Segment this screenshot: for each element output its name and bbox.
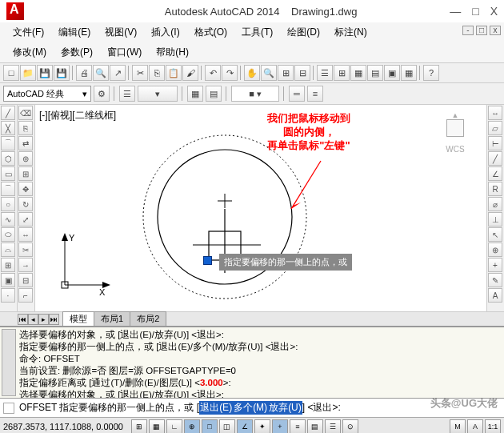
menu-insert[interactable]: 插入(I) xyxy=(145,24,186,41)
dim-ang[interactable]: ∠ xyxy=(488,166,502,181)
menu-file[interactable]: 文件(F) xyxy=(6,24,50,41)
snap-toggle[interactable]: ⊞ xyxy=(131,419,147,434)
calc-button[interactable]: ▦ xyxy=(401,65,417,81)
ann-toggle[interactable]: A xyxy=(467,419,483,434)
menu-format[interactable]: 格式(O) xyxy=(188,24,234,41)
rotate-tool[interactable]: ↻ xyxy=(18,197,33,211)
paste-button[interactable]: 📋 xyxy=(166,65,182,81)
copy-tool[interactable]: ⎘ xyxy=(18,121,33,135)
app-logo[interactable] xyxy=(6,2,24,20)
tol-tool[interactable]: ⊕ xyxy=(488,243,502,257)
erase-tool[interactable]: ⌫ xyxy=(18,106,33,120)
break-tool[interactable]: ⊟ xyxy=(18,273,33,287)
trim-tool[interactable]: ✂ xyxy=(18,243,33,257)
plot-button[interactable]: 🖨 xyxy=(76,65,92,81)
model-toggle[interactable]: M xyxy=(450,419,466,434)
osnap-toggle[interactable]: □ xyxy=(202,419,218,434)
tab-layout1[interactable]: 布局1 xyxy=(94,311,130,327)
layer-button[interactable]: ☰ xyxy=(119,86,135,102)
close-button[interactable]: X xyxy=(490,5,498,18)
tab-first[interactable]: ⏮ xyxy=(18,314,28,325)
copy-button[interactable]: ⎘ xyxy=(149,65,165,81)
ltype-button[interactable]: ═ xyxy=(289,86,305,102)
open-button[interactable]: 📁 xyxy=(20,65,36,81)
markup-button[interactable]: ▣ xyxy=(384,65,400,81)
ws-settings-button[interactable]: ⚙ xyxy=(94,86,110,102)
dim-lin[interactable]: ⊢ xyxy=(488,136,502,150)
dstyle-tool[interactable]: A xyxy=(488,288,502,303)
point-tool[interactable]: · xyxy=(1,288,15,303)
tpalette-button[interactable]: ▦ xyxy=(350,65,366,81)
polygon-tool[interactable]: ⬡ xyxy=(1,151,15,166)
dim-ord[interactable]: ⊥ xyxy=(488,212,502,227)
menu-draw[interactable]: 绘图(D) xyxy=(281,24,326,41)
saveas-button[interactable]: 💾 xyxy=(54,65,70,81)
spline-tool[interactable]: ∿ xyxy=(1,212,15,227)
line-tool[interactable]: ╱ xyxy=(1,106,15,120)
leader-tool[interactable]: ↖ xyxy=(488,227,502,242)
ellipse-tool[interactable]: ⬭ xyxy=(1,227,15,242)
tab-last[interactable]: ⏭ xyxy=(49,314,59,325)
doc-close-button[interactable]: x xyxy=(490,26,501,35)
help-button[interactable]: ? xyxy=(423,65,439,81)
ortho-toggle[interactable]: ∟ xyxy=(166,419,182,434)
sheet-button[interactable]: ▤ xyxy=(367,65,383,81)
properties-button[interactable]: ☰ xyxy=(317,65,333,81)
doc-restore-button[interactable]: □ xyxy=(476,26,487,35)
new-button[interactable]: □ xyxy=(3,65,19,81)
move-tool[interactable]: ✥ xyxy=(18,182,33,196)
cmd-scrollbar[interactable] xyxy=(2,329,16,396)
dim-ali[interactable]: ╱ xyxy=(488,151,502,166)
tab-model[interactable]: 模型 xyxy=(62,311,94,327)
scale-tool[interactable]: ⤢ xyxy=(18,212,33,227)
publish-button[interactable]: ↗ xyxy=(110,65,126,81)
menu-dim[interactable]: 标注(N) xyxy=(328,24,374,41)
cen-tool[interactable]: + xyxy=(488,258,502,272)
extend-tool[interactable]: → xyxy=(18,258,33,272)
circle-tool[interactable]: ○ xyxy=(1,197,15,211)
pline-tool[interactable]: ⌒ xyxy=(1,136,15,150)
grid-toggle[interactable]: ▦ xyxy=(149,419,165,434)
dedit-tool[interactable]: ✎ xyxy=(488,273,502,287)
dim-rad[interactable]: R xyxy=(488,182,502,196)
menu-modify[interactable]: 修改(M) xyxy=(6,44,53,61)
menu-window[interactable]: 窗口(W) xyxy=(101,44,148,61)
lweight-button[interactable]: ≡ xyxy=(307,86,323,102)
sc-toggle[interactable]: ⊙ xyxy=(342,419,358,434)
undo-button[interactable]: ↶ xyxy=(205,65,221,81)
doc-minimize-button[interactable]: - xyxy=(462,26,474,35)
layer-combo[interactable]: ▾ xyxy=(138,86,178,102)
tab-prev[interactable]: ◂ xyxy=(28,314,38,325)
menu-param[interactable]: 参数(P) xyxy=(54,44,99,61)
drawing-canvas[interactable]: [-][俯视][二维线框] ▲ WCS 我们把鼠标移动到圆的内侧，再单击鼠标"左… xyxy=(35,105,486,311)
grip-point[interactable] xyxy=(203,256,212,265)
tab-layout2[interactable]: 布局2 xyxy=(130,311,166,327)
insert-tool[interactable]: ⊞ xyxy=(1,258,15,272)
zoom-button[interactable]: 🔍 xyxy=(261,65,277,81)
qp-toggle[interactable]: ☰ xyxy=(325,419,341,434)
otrack-toggle[interactable]: ∠ xyxy=(237,419,253,434)
menu-tools[interactable]: 工具(T) xyxy=(235,24,279,41)
coordinates[interactable]: 2687.3573, 1117.1088, 0.0000 xyxy=(3,422,123,431)
color-combo[interactable]: ■ ▾ xyxy=(231,86,279,102)
lwt-toggle[interactable]: ≡ xyxy=(290,419,306,434)
dyn-toggle[interactable]: + xyxy=(272,419,288,434)
stretch-tool[interactable]: ↔ xyxy=(18,227,33,242)
match-button[interactable]: 🖌 xyxy=(182,65,198,81)
preview-button[interactable]: 🔍 xyxy=(93,65,109,81)
zoom-prev-button[interactable]: ⊟ xyxy=(294,65,310,81)
command-input[interactable]: OFFSET 指定要偏移的那一侧上的点，或 [退出(E) 多个(M) 放弃(U)… xyxy=(0,398,504,417)
arc-tool[interactable]: ⌒ xyxy=(1,182,15,196)
redo-button[interactable]: ↷ xyxy=(222,65,238,81)
array-tool[interactable]: ⊞ xyxy=(18,166,33,181)
tpy-toggle[interactable]: ▤ xyxy=(307,419,323,434)
menu-edit[interactable]: 编辑(E) xyxy=(52,24,97,41)
3dosnap-toggle[interactable]: ◫ xyxy=(219,419,235,434)
scale-toggle[interactable]: 1:1 xyxy=(485,419,501,434)
dist-tool[interactable]: ↔ xyxy=(488,106,502,120)
zoom-window-button[interactable]: ⊞ xyxy=(278,65,294,81)
menu-view[interactable]: 视图(V) xyxy=(98,24,143,41)
fillet-tool[interactable]: ⌐ xyxy=(18,288,33,303)
dcenter-button[interactable]: ⊞ xyxy=(334,65,350,81)
command-history[interactable]: 选择要偏移的对象，或 [退出(E)/放弃(U)] <退出>: 指定要偏移的那一侧… xyxy=(0,326,504,398)
